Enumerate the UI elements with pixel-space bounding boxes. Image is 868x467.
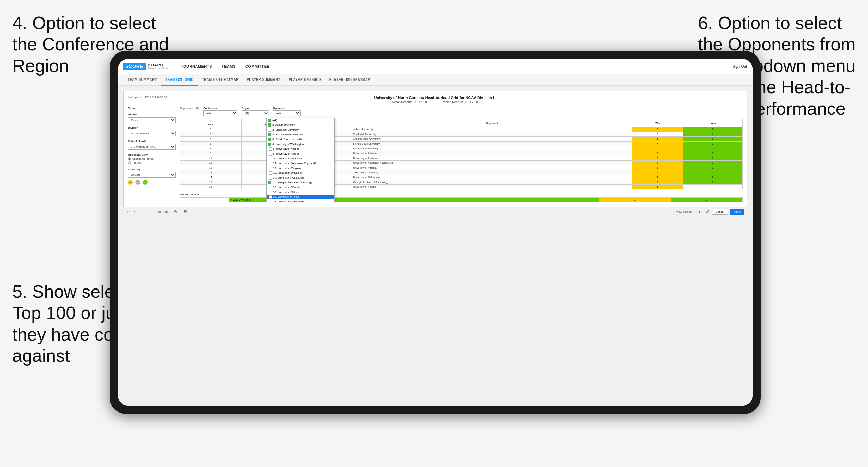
division-dropdown[interactable]: NCAA Division I: [128, 131, 176, 136]
table-row: 15 4 Georgia Institute of Technology 5 0: [180, 180, 743, 185]
h2h-table: #Rank #Reg #Conf Opponent Win Loss: [180, 119, 743, 189]
division-section: Division NCAA Division I: [128, 126, 176, 136]
dropdown-item-16[interactable]: 16. University of Florida: [267, 185, 334, 190]
cell-loss: 0: [683, 151, 742, 156]
cell-win: 5: [632, 180, 683, 185]
toolbar-copy[interactable]: ⧉: [157, 210, 162, 214]
report-body: Team Gender Men's Division: [128, 107, 743, 202]
subnav-player-h2h-grid[interactable]: PLAYER H2H GRID: [284, 74, 325, 86]
check-16: [269, 186, 272, 189]
school-section: School (Rank) 1. University of Nort...: [128, 140, 176, 150]
dropdown-item-4[interactable]: 4. Arizona State University: [267, 132, 334, 137]
cell-loss: 0: [683, 170, 742, 175]
subnav-player-summary[interactable]: PLAYER SUMMARY: [243, 74, 284, 86]
cell-loss: 0: [683, 165, 742, 170]
dropdown-item-10[interactable]: 10. University of Alabama: [267, 156, 334, 161]
school-label: School (Rank): [128, 140, 176, 143]
color-level: Level: [135, 180, 140, 185]
toolbar-clock[interactable]: ⏱: [173, 210, 179, 214]
subnav-team-summary[interactable]: TEAM SUMMARY: [123, 74, 161, 86]
gender-label: Gender: [128, 113, 176, 116]
radio-top100[interactable]: Top 100: [128, 161, 176, 164]
dropdown-item-all[interactable]: (All): [267, 118, 334, 123]
subnav-player-h2h-heatmap[interactable]: PLAYER H2H HEATMAP: [325, 74, 374, 86]
dropdown-item-21[interactable]: 21. University of New Mexico: [267, 199, 334, 202]
table-header-row: #Rank #Reg #Conf Opponent Win Loss: [180, 119, 743, 127]
toolbar-w[interactable]: W: [705, 210, 710, 214]
radio-opponents-played[interactable]: Opponents Played: [128, 157, 176, 160]
dropdown-item-9[interactable]: 9. University of Arizona: [267, 151, 334, 156]
radio-dot-top100: [128, 161, 131, 164]
bottom-toolbar: ↩ ↪ ← → ⧉ ⊞ ⏱ 🖼 View: Original 👁 W Cance…: [123, 207, 747, 217]
out-division-win: 1: [599, 198, 671, 202]
dropdown-item-14[interactable]: 14. University of Oklahoma: [267, 175, 334, 180]
logo: 5CORE BOARD Powered by iCloud: [123, 63, 168, 70]
subnav-team-h2h-grid[interactable]: TEAM H2H GRID: [161, 74, 198, 86]
nav-tournaments[interactable]: TOURNAMENTS: [176, 59, 217, 74]
toolbar-eye[interactable]: 👁: [697, 210, 702, 214]
school-dropdown[interactable]: 1. University of Nort...: [128, 144, 176, 150]
team-label: Team: [128, 107, 176, 110]
check-all: [268, 119, 271, 122]
cell-opponent: University of Alabama: [352, 156, 632, 161]
out-of-division-table: NCAA Division II 1 0: [180, 197, 743, 202]
cell-win: 5: [632, 137, 683, 142]
dropdown-item-15[interactable]: 15. Georgia Institute of Technology: [267, 180, 334, 185]
cell-win: 1: [632, 161, 683, 165]
table-row: 9 3 University of Arizona 1 0: [180, 151, 743, 156]
region-select[interactable]: (All): [242, 110, 269, 116]
opponent-select[interactable]: (All): [273, 110, 301, 116]
gender-dropdown[interactable]: Men's: [128, 117, 176, 123]
check-4: [268, 133, 271, 136]
check-6: [268, 143, 271, 146]
nav-committee[interactable]: COMMITTEE: [241, 59, 274, 74]
table-row: 6 2 Florida State University 4 2: [180, 142, 743, 146]
dropdown-item-5[interactable]: 5. Florida State University: [267, 137, 334, 142]
cell-opponent: University of Arizona: [352, 151, 632, 156]
records: Overall Record: 89 - 17 - 0 Division Rec…: [167, 100, 701, 104]
cell-opponent: University of Oklahoma: [352, 175, 632, 180]
dropdown-item-3[interactable]: 3. Vanderbilt University: [267, 127, 334, 132]
opponent-filter: Opponent (All) (All): [273, 107, 301, 116]
nav-teams[interactable]: TEAMS: [217, 59, 241, 74]
dropdown-item-12[interactable]: 12. University of Virginia: [267, 166, 334, 171]
toolbar-forward[interactable]: →: [147, 210, 153, 214]
cell-win: 3: [632, 170, 683, 175]
toolbar-view[interactable]: 🖼: [183, 210, 188, 214]
dropdown-item-8[interactable]: 8. University of Arizona: [267, 147, 334, 151]
check-3: [268, 128, 271, 132]
colour-dropdown[interactable]: Win/loss: [128, 172, 176, 178]
toolbar-redo[interactable]: ↪: [133, 210, 138, 214]
dropdown-item-20[interactable]: 20. University of Texas: [267, 195, 334, 199]
dropdown-item-2[interactable]: 2. Auburn University: [267, 123, 334, 127]
apply-button[interactable]: Apply: [730, 209, 744, 215]
logo-text: BOARD: [148, 63, 168, 67]
check-21: [269, 200, 272, 202]
app-frame: 5CORE BOARD Powered by iCloud TOURNAMENT…: [118, 59, 753, 406]
opponent-view-label: Opponent View: [128, 153, 176, 156]
cell-loss: 0: [683, 146, 742, 151]
subnav-team-h2h-heatmap[interactable]: TEAM H2H HEATMAP: [198, 74, 243, 86]
cancel-button[interactable]: Cancel: [712, 209, 728, 215]
conference-select[interactable]: (All): [203, 110, 237, 116]
dropdown-item-11[interactable]: 11. University of Arkansas, Fayetteville: [267, 161, 334, 166]
out-of-division-row: NCAA Division II 1 0: [180, 198, 743, 202]
toolbar-sep2: [171, 210, 171, 214]
table-row: 8 2 University of Washington 1 0: [180, 146, 743, 151]
dropdown-item-6[interactable]: 6. University of Washington: [267, 142, 334, 147]
region-label: Region: [242, 107, 269, 110]
toolbar-back[interactable]: ←: [140, 210, 145, 214]
check-20: [269, 195, 272, 199]
dropdown-item-13[interactable]: 13. Texas Tech University: [267, 171, 334, 175]
check-9: [269, 152, 272, 156]
toolbar-paste[interactable]: ⊞: [164, 210, 169, 214]
check-13: [269, 171, 272, 175]
colour-label: Colour by: [128, 168, 176, 171]
opponent-dropdown: (All) 2. Auburn University 3. Vanderbilt…: [266, 118, 335, 202]
cell-win: 2: [632, 127, 683, 132]
opponents-filter-label: Opponents:: [180, 107, 193, 110]
nav-right[interactable]: | Sign Out: [730, 64, 747, 69]
toolbar-undo[interactable]: ↩: [126, 210, 131, 214]
dropdown-item-18[interactable]: 18. University of Illinois: [267, 190, 334, 195]
team-section: Team: [128, 107, 176, 110]
